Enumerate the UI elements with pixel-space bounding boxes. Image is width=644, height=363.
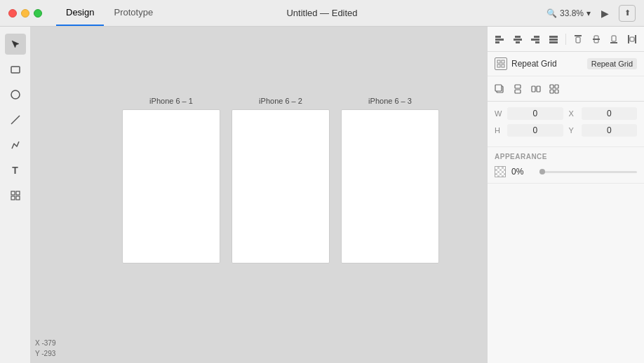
svg-rect-10 (515, 36, 521, 38)
svg-rect-18 (549, 41, 558, 43)
h-field-group: H (495, 124, 563, 137)
opacity-row: 0% (495, 166, 637, 177)
distribute-spread-button[interactable] (624, 32, 640, 47)
repeat-grid-button[interactable]: Repeat Grid (587, 58, 637, 69)
svg-rect-8 (495, 39, 504, 41)
x-input[interactable] (582, 107, 638, 120)
appearance-title: APPEARANCE (495, 153, 637, 160)
w-x-row: W X (495, 107, 637, 120)
copy-horizontal-button[interactable] (528, 81, 544, 97)
rectangle-tool[interactable] (5, 59, 26, 80)
document-title: Untitled — Edited (286, 8, 357, 18)
panel-toolbar-copy (488, 76, 644, 102)
repeat-grid-label: Repeat Grid (511, 59, 583, 69)
share-button[interactable]: ⬆ (619, 5, 636, 22)
text-tool[interactable]: T (5, 160, 26, 181)
align-left-button[interactable] (492, 32, 507, 47)
svg-rect-16 (549, 36, 558, 38)
line-tool[interactable] (5, 109, 26, 130)
h-label: H (495, 126, 504, 135)
svg-rect-34 (515, 85, 521, 88)
svg-rect-37 (537, 86, 540, 92)
svg-rect-31 (502, 64, 504, 67)
svg-rect-11 (514, 39, 522, 41)
svg-rect-7 (495, 36, 501, 38)
svg-rect-28 (497, 60, 500, 63)
frame-label-2: iPhone 6 – 2 (259, 97, 302, 105)
opacity-slider[interactable] (539, 171, 637, 173)
w-field-group: W (495, 107, 563, 120)
right-panel: Repeat Grid Repeat Grid W (487, 27, 644, 363)
svg-rect-36 (532, 86, 535, 92)
w-label: W (495, 109, 504, 118)
y-coord: Y -293 (35, 348, 55, 359)
copy-all-button[interactable] (546, 81, 562, 97)
w-input[interactable] (507, 107, 563, 120)
frame-box-2[interactable] (232, 109, 330, 263)
frame-box-1[interactable] (122, 109, 220, 263)
assets-tool[interactable] (5, 185, 26, 206)
svg-rect-20 (576, 37, 580, 43)
svg-rect-4 (16, 191, 20, 195)
frame-iphone6-3: iPhone 6 – 3 (341, 97, 439, 263)
distribute-bottom-button[interactable] (606, 32, 622, 47)
canvas[interactable]: iPhone 6 – 1 iPhone 6 – 2 iPhone 6 – 3 X… (31, 27, 487, 363)
text-tool-label: T (12, 165, 18, 176)
align-right-button[interactable] (528, 32, 544, 47)
repeat-grid-section: Repeat Grid Repeat Grid (488, 52, 644, 76)
distribute-top-button[interactable] (570, 32, 586, 47)
maximize-button[interactable] (34, 9, 42, 18)
svg-rect-24 (612, 36, 616, 41)
frame-group: iPhone 6 – 1 iPhone 6 – 2 iPhone 6 – 3 (122, 97, 439, 263)
align-center-h-button[interactable] (510, 32, 525, 47)
titlebar: Design Prototype Untitled — Edited 🔍 33.… (0, 0, 644, 27)
svg-rect-5 (11, 196, 15, 200)
play-button[interactable]: ▶ (596, 5, 613, 22)
h-input[interactable] (507, 124, 563, 137)
minimize-button[interactable] (21, 9, 29, 18)
y-input[interactable] (582, 124, 638, 137)
svg-rect-27 (630, 37, 634, 41)
opacity-thumb (539, 169, 545, 174)
svg-rect-29 (502, 60, 504, 63)
repeat-grid-row: Repeat Grid Repeat Grid (495, 57, 637, 70)
close-button[interactable] (8, 9, 17, 18)
distribute-center-v-button[interactable] (589, 32, 604, 47)
svg-rect-39 (555, 85, 558, 88)
svg-rect-30 (497, 64, 500, 67)
align-justify-button[interactable] (546, 32, 561, 47)
frame-iphone6-2: iPhone 6 – 2 (232, 97, 330, 263)
copy-vertical-button[interactable] (510, 81, 525, 97)
svg-rect-33 (495, 85, 502, 91)
svg-rect-3 (11, 191, 15, 195)
svg-rect-19 (575, 35, 582, 36)
ellipse-tool[interactable] (5, 84, 26, 105)
opacity-icon (495, 166, 506, 177)
panel-toolbar-align (488, 27, 644, 52)
svg-rect-0 (11, 67, 20, 73)
select-tool[interactable] (5, 34, 26, 55)
pen-tool[interactable] (5, 135, 26, 156)
left-toolbar: T (0, 27, 31, 363)
tab-design[interactable]: Design (56, 0, 104, 26)
svg-rect-23 (610, 42, 617, 43)
tab-bar: Design Prototype (56, 0, 163, 26)
traffic-lights (0, 9, 42, 18)
svg-rect-40 (550, 90, 554, 93)
svg-rect-9 (495, 41, 499, 43)
zoom-value: 33.8% (560, 8, 584, 18)
frame-box-3[interactable] (341, 109, 439, 263)
repeat-grid-icon (495, 57, 507, 70)
svg-rect-12 (516, 41, 520, 43)
zoom-control[interactable]: 🔍 33.8% ▾ (546, 8, 591, 18)
frame-label-1: iPhone 6 – 1 (149, 97, 193, 105)
copy-button[interactable] (492, 81, 507, 97)
frame-label-3: iPhone 6 – 3 (368, 97, 412, 105)
svg-rect-35 (515, 90, 521, 93)
svg-rect-13 (534, 36, 539, 38)
chevron-down-icon: ▾ (586, 8, 591, 18)
svg-rect-41 (555, 90, 558, 93)
dimensions-section: W X H Y (488, 102, 644, 147)
svg-rect-17 (549, 39, 558, 41)
tab-prototype[interactable]: Prototype (104, 0, 163, 26)
